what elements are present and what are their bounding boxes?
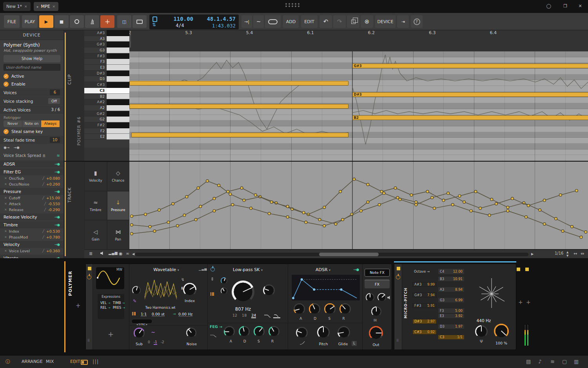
modulator-row[interactable]: Vibrato→● bbox=[0, 255, 64, 258]
expression-point[interactable] bbox=[131, 232, 133, 235]
sub-octave--1[interactable]: -1 bbox=[154, 340, 157, 345]
expression-point[interactable] bbox=[149, 225, 151, 228]
steal-same-key-toggle[interactable]: ✓Steal same key bbox=[0, 128, 64, 135]
target-amount[interactable]: +0.360 bbox=[46, 249, 60, 253]
expression-point[interactable] bbox=[199, 205, 202, 208]
piano-key[interactable]: A3 bbox=[84, 38, 129, 42]
amount-value[interactable]: 100 % bbox=[492, 341, 510, 345]
micropitch-cell-f3[interactable]: F35.00 bbox=[438, 308, 464, 313]
modulator-row[interactable]: Release Velocity→● bbox=[0, 213, 64, 220]
piano-key[interactable]: G#3 bbox=[84, 42, 129, 47]
micropitch-cell-e3[interactable]: E33.92 bbox=[438, 314, 464, 319]
lane-pressure[interactable]: ↓Pressure bbox=[107, 191, 130, 220]
piano-key[interactable]: G3 bbox=[84, 47, 129, 53]
expression-point[interactable] bbox=[525, 216, 528, 219]
amp-decay-knob[interactable] bbox=[309, 303, 320, 315]
piano-key[interactable]: F#2 bbox=[84, 122, 129, 128]
enable-toggle[interactable]: ✓Enable bbox=[0, 80, 64, 88]
piano-key[interactable]: E2 bbox=[84, 134, 129, 140]
zoom-fit-icon[interactable]: ⇔ bbox=[581, 251, 584, 256]
mappings-icon[interactable]: ≋ bbox=[550, 359, 555, 364]
close-tab-icon[interactable]: ✕ bbox=[24, 5, 27, 9]
voice-stacking-value[interactable]: Off bbox=[48, 98, 60, 104]
sub-knob[interactable] bbox=[134, 328, 145, 339]
expression-point[interactable] bbox=[561, 230, 564, 233]
show-help-button[interactable]: Show Help bbox=[4, 55, 60, 62]
ruler-beat-label[interactable]: 6.4 bbox=[490, 30, 497, 35]
stop-button[interactable]: ■ bbox=[54, 15, 69, 28]
env-shape-knob[interactable] bbox=[296, 327, 308, 339]
cancel-button[interactable]: ⊗ bbox=[361, 15, 373, 28]
unison-knob[interactable] bbox=[132, 286, 141, 295]
slope-12[interactable]: 12 bbox=[232, 313, 237, 318]
sub-octave--2[interactable]: -2 bbox=[161, 340, 164, 345]
filter-drive-icon[interactable]: ⇕ bbox=[211, 277, 214, 282]
piano-key[interactable]: C3 bbox=[84, 88, 129, 94]
timeline-ruler[interactable]: 5.25.35.46.16.26.36.4 bbox=[84, 30, 543, 38]
cutoff-knob[interactable] bbox=[232, 281, 254, 303]
monitor-speaker-icon[interactable] bbox=[387, 295, 392, 300]
remove-target-icon[interactable]: ✕ bbox=[4, 230, 7, 233]
pitch-knob[interactable] bbox=[317, 326, 330, 339]
expression-point[interactable] bbox=[286, 205, 289, 208]
feg-decay-knob[interactable] bbox=[239, 326, 250, 337]
fx-mix-knob[interactable] bbox=[366, 293, 374, 302]
lane-gain[interactable]: ◁Gain bbox=[84, 220, 107, 250]
spectrum-icon[interactable]: ▁▃▅ bbox=[199, 267, 207, 271]
polymer-device[interactable]: ⠿ MW Expressions VEL→TIMB→REL→PRES→ + Wa… bbox=[85, 264, 392, 350]
redo-button[interactable]: ↷ bbox=[333, 15, 346, 28]
info-icon[interactable]: ⓘ bbox=[5, 359, 10, 365]
expression-point[interactable] bbox=[183, 214, 186, 217]
expression-point[interactable] bbox=[367, 201, 369, 204]
device-power-button[interactable] bbox=[87, 275, 91, 279]
expression-point[interactable] bbox=[539, 209, 541, 211]
expression-point[interactable] bbox=[218, 184, 220, 187]
modulator-row[interactable]: Velocity→● bbox=[0, 241, 64, 248]
micropitch-cell-b3[interactable]: B310.91 bbox=[438, 277, 464, 282]
retrigger-option-never[interactable]: Never bbox=[4, 120, 22, 127]
ruler-beat-label[interactable]: 5.3 bbox=[185, 30, 192, 35]
expression-point[interactable] bbox=[479, 207, 482, 210]
mod-out-icon[interactable]: →● bbox=[54, 223, 60, 227]
micropitch-value[interactable]: 6.99 bbox=[455, 298, 463, 302]
expression-point[interactable] bbox=[250, 207, 252, 210]
piano-key[interactable]: C#3 bbox=[84, 82, 129, 88]
expression-point[interactable] bbox=[378, 203, 381, 206]
piano-key[interactable]: F#3 bbox=[84, 53, 129, 59]
micro-pitch-device[interactable]: ⠿ MICRO-PITCH Octave → C4 12.00 B310.91A… bbox=[394, 264, 516, 350]
track-tab[interactable]: TRACK bbox=[67, 187, 72, 203]
micropitch-cell-gs3[interactable]: G#37.94 bbox=[412, 293, 437, 298]
expression-point[interactable] bbox=[185, 195, 188, 198]
mod-out-icon[interactable]: →● bbox=[54, 242, 60, 246]
reference-freq-value[interactable]: 440 Hz bbox=[471, 318, 496, 323]
edit-wavetable-icon[interactable]: ✎ bbox=[133, 299, 136, 304]
modulator-row[interactable]: ADSR→● bbox=[0, 160, 64, 168]
filter-drive-knob[interactable] bbox=[221, 288, 227, 294]
link-icon[interactable]: ∞ bbox=[126, 251, 129, 256]
add-marker-button[interactable]: + bbox=[100, 15, 114, 28]
micropitch-cell-a3[interactable]: A38.94 bbox=[438, 287, 464, 292]
micropitch-value[interactable]: 7.94 bbox=[427, 293, 435, 297]
expression-point[interactable] bbox=[396, 196, 399, 199]
osc-detune-value[interactable]: 0.00 st bbox=[152, 312, 165, 317]
expression-point[interactable] bbox=[197, 187, 200, 189]
device-name-input[interactable] bbox=[4, 64, 60, 71]
glide-knob[interactable] bbox=[338, 326, 350, 339]
panel-toggle-icon[interactable] bbox=[81, 360, 88, 365]
expression-curve-area[interactable] bbox=[129, 162, 588, 250]
expression-point[interactable] bbox=[511, 197, 514, 200]
expression-point[interactable] bbox=[474, 190, 477, 193]
expression-point[interactable] bbox=[353, 178, 356, 180]
filter-spread-icon[interactable] bbox=[211, 292, 214, 296]
expression-pres[interactable]: PRES→ bbox=[113, 306, 125, 310]
feg-sustain-knob[interactable] bbox=[254, 326, 265, 337]
mod-out-icon[interactable]: →● bbox=[54, 170, 60, 174]
target-amount[interactable]: +0.530 bbox=[46, 229, 60, 233]
close-tab-icon[interactable]: ✕ bbox=[53, 5, 56, 9]
midi-icon[interactable]: ◉ bbox=[119, 251, 123, 256]
expression-point[interactable] bbox=[323, 206, 326, 209]
micropitch-value[interactable]: 1/1 bbox=[457, 335, 463, 339]
scroll-left-icon[interactable]: ◀ bbox=[132, 252, 134, 256]
midi-note[interactable]: B2 bbox=[352, 115, 588, 120]
note-fx-button[interactable]: Note FX bbox=[365, 269, 390, 277]
